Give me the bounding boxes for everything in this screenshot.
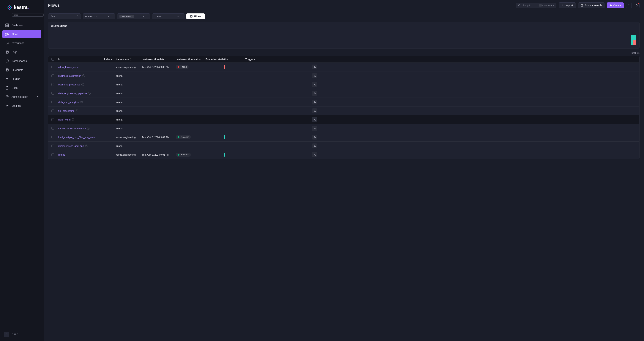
table-row[interactable]: microservices_and_apis? tutorial <box>48 142 639 150</box>
row-actions-button[interactable] <box>312 117 317 122</box>
sidebar-item-logs[interactable]: Logs <box>2 48 41 56</box>
labels-cell <box>103 65 114 69</box>
flow-id-link[interactable]: microservices_and_apis? <box>58 145 102 147</box>
table-row[interactable]: infrastructure_automation? tutorial <box>48 124 639 133</box>
flow-id-link[interactable]: dwh_and_analytics? <box>58 101 102 104</box>
row-actions-button[interactable] <box>312 126 317 131</box>
select-all-checkbox[interactable] <box>52 58 54 61</box>
chip-remove-icon[interactable]: × <box>132 15 133 18</box>
labels-cell <box>103 127 114 130</box>
row-checkbox[interactable] <box>52 136 54 138</box>
flow-id-link[interactable]: data_engineering_pipeline? <box>58 92 102 95</box>
row-checkbox[interactable] <box>52 83 54 86</box>
sidebar-item-docs[interactable]: Docs <box>2 84 41 92</box>
namespaces-icon <box>5 59 9 63</box>
row-checkbox[interactable] <box>52 66 54 68</box>
row-checkbox[interactable] <box>52 101 54 103</box>
source-search-button[interactable]: Source search <box>578 3 604 9</box>
create-button[interactable]: Create <box>607 3 624 9</box>
logo-icon <box>7 5 12 10</box>
flow-id-link[interactable]: business_processes? <box>58 83 102 86</box>
table-row[interactable]: business_processes? tutorial <box>48 80 639 89</box>
sidebar-item-label: Docs <box>12 86 18 89</box>
sidebar-item-executions[interactable]: Executions <box>2 39 41 47</box>
sidebar-item-plugins[interactable]: Plugins <box>2 75 41 83</box>
row-checkbox[interactable] <box>52 110 54 112</box>
jump-to-search[interactable]: Jump to... Ctrl/Cmd + K <box>516 3 556 8</box>
sidebar-item-blueprints[interactable]: Blueprints <box>2 66 41 74</box>
column-last-exec-status[interactable]: Last execution status <box>174 56 204 63</box>
sort-icon: ▲▼ <box>130 58 131 61</box>
row-actions-button[interactable] <box>312 108 317 113</box>
filters-button[interactable]: Filters <box>186 14 205 20</box>
labels-cell <box>103 100 114 104</box>
sidebar-item-flows[interactable]: Flows <box>2 30 41 38</box>
table-row[interactable]: data_engineering_pipeline? tutorial <box>48 89 639 98</box>
labels-select[interactable]: Labels ▾ <box>152 14 184 20</box>
svg-point-23 <box>518 5 520 6</box>
flow-id-link[interactable]: infrastructure_automation? <box>58 127 102 130</box>
help-icon: ? <box>87 127 90 130</box>
flow-id-link[interactable]: retries <box>58 153 102 156</box>
table-row[interactable]: load_multiple_csv_files_into_excel kestr… <box>48 133 639 142</box>
row-actions-button[interactable] <box>312 73 317 78</box>
row-checkbox[interactable] <box>52 153 54 156</box>
table-row[interactable]: retries kestra.engineering Tue, Oct 8, 2… <box>48 150 639 159</box>
row-actions-button[interactable] <box>312 152 317 157</box>
table-row[interactable]: dwh_and_analytics? tutorial <box>48 98 639 107</box>
logo[interactable]: kestra. <box>7 5 37 10</box>
row-checkbox[interactable] <box>52 118 54 121</box>
svg-point-20 <box>6 96 8 98</box>
column-labels[interactable]: Labels <box>103 56 114 63</box>
flow-type-select[interactable]: User Flows × ▾ <box>117 14 150 20</box>
column-id[interactable]: Id ▲▼ <box>57 56 103 63</box>
labels-cell <box>103 109 114 113</box>
row-checkbox[interactable] <box>52 75 54 77</box>
row-actions-button[interactable] <box>312 65 317 69</box>
triggers-cell <box>244 153 301 157</box>
collapse-sidebar-button[interactable] <box>4 332 9 337</box>
table-row[interactable]: hello_world? tutorial <box>48 115 639 124</box>
help-button[interactable]: ? <box>626 3 632 8</box>
table-row[interactable]: business_automation? tutorial <box>48 72 639 80</box>
namespace-cell: kestra.engineering <box>114 64 141 70</box>
notifications-button[interactable] <box>634 3 640 8</box>
import-button[interactable]: Import <box>559 3 576 9</box>
search-icon <box>518 4 521 7</box>
row-actions-button[interactable] <box>312 91 317 96</box>
flow-id-link[interactable]: load_multiple_csv_files_into_excel <box>58 136 102 139</box>
sidebar-item-administration[interactable]: Administration <box>2 93 41 101</box>
namespace-select[interactable]: Namespace ▾ <box>83 14 115 20</box>
row-checkbox[interactable] <box>52 145 54 147</box>
column-triggers[interactable]: Triggers <box>244 56 301 63</box>
row-actions-button[interactable] <box>312 100 317 105</box>
row-actions-button[interactable] <box>312 143 317 148</box>
row-checkbox[interactable] <box>52 127 54 130</box>
sidebar-item-label: Namespaces <box>12 60 27 63</box>
column-namespace[interactable]: Namespace ▲▼ <box>114 56 141 63</box>
flow-id-link[interactable]: allow_failure_demo <box>58 66 102 69</box>
sidebar-item-namespaces[interactable]: Namespaces <box>2 57 41 65</box>
svg-rect-12 <box>7 25 8 27</box>
execution-stat-bar <box>224 135 225 139</box>
last-exec-date-cell <box>141 83 174 86</box>
search-input[interactable] <box>48 14 81 19</box>
sidebar-item-settings[interactable]: Settings <box>2 102 41 110</box>
flow-id-link[interactable]: file_processing? <box>58 110 102 112</box>
row-actions-button[interactable] <box>312 135 317 140</box>
help-icon: ? <box>80 101 83 103</box>
last-exec-date-cell: Tue, Oct 8, 2024 9:01 AM <box>141 151 174 158</box>
status-cell <box>174 127 204 130</box>
flow-id-link[interactable]: business_automation? <box>58 75 102 77</box>
stats-cell <box>204 83 244 86</box>
column-last-exec-date[interactable]: Last execution date <box>141 56 174 63</box>
row-actions-button[interactable] <box>312 82 317 87</box>
table-row[interactable]: file_processing? tutorial <box>48 107 639 115</box>
table-row[interactable]: allow_failure_demo kestra.engineering Tu… <box>48 63 639 72</box>
chevron-down-icon: ▾ <box>143 15 144 18</box>
sidebar-item-dashboard[interactable]: Dashboard <box>2 21 41 29</box>
flow-id-link[interactable]: hello_world? <box>58 118 102 121</box>
svg-rect-11 <box>6 25 7 27</box>
column-exec-stats[interactable]: Execution statistics <box>204 56 244 63</box>
row-checkbox[interactable] <box>52 92 54 95</box>
